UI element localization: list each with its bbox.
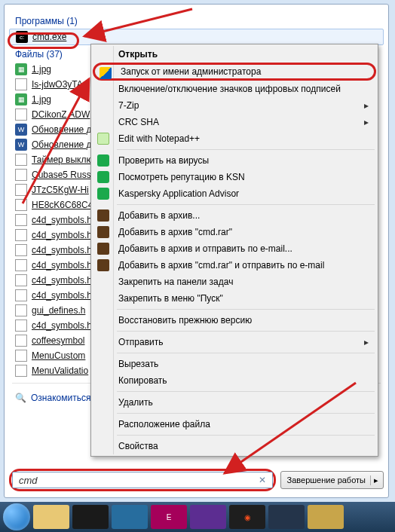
menu-item-label: Проверить на вирусы <box>118 155 209 166</box>
doc-icon <box>15 184 27 196</box>
submenu-arrow-icon: ▸ <box>364 100 369 111</box>
menu-item[interactable]: Посмотреть репутацию в KSN <box>93 169 376 185</box>
menu-item[interactable]: Добавить в архив и отправить по e-mail..… <box>93 240 376 257</box>
menu-item-label: Включение/отключение значков цифровых по… <box>118 84 341 94</box>
menu-item[interactable]: Edit with Notepad++ <box>93 130 376 147</box>
file-result-label: MenuCustom <box>32 350 85 361</box>
menu-item-label: 7-Zip <box>118 100 139 111</box>
menu-item[interactable]: Включение/отключение значков цифровых по… <box>93 81 376 97</box>
menu-item[interactable]: Запуск от имени администратора <box>93 63 376 81</box>
word-icon: W <box>15 124 27 136</box>
file-result-label: 1.jpg <box>32 94 51 105</box>
menu-item[interactable]: Проверить на вирусы <box>93 152 376 169</box>
file-result-label: c4d_symbols.h <box>32 275 92 286</box>
shutdown-arrow-icon[interactable]: ▸ <box>370 475 378 485</box>
file-result-label: c4d_symbols.h <box>32 320 92 331</box>
start-orb[interactable] <box>3 503 30 530</box>
rar-icon <box>97 209 109 222</box>
menu-item-label: Добавить в архив "cmd.rar" и отправить п… <box>118 260 324 271</box>
file-result-label: gui_defines.h <box>32 305 85 316</box>
np-icon <box>97 133 109 145</box>
menu-item[interactable]: CRC SHA▸ <box>93 114 376 130</box>
menu-item[interactable]: Открыть <box>93 46 376 63</box>
menu-separator <box>117 391 375 392</box>
menu-item-label: Посмотреть репутацию в KSN <box>118 172 245 182</box>
doc-icon <box>15 244 27 256</box>
taskbar-item[interactable] <box>308 505 344 529</box>
menu-item[interactable]: Добавить в архив "cmd.rar" и отправить п… <box>93 257 376 274</box>
submenu-arrow-icon: ▸ <box>364 337 369 347</box>
rar-icon <box>97 226 109 238</box>
doc-icon <box>15 78 27 90</box>
program-result-label: cmd.exe <box>32 32 66 42</box>
word-icon: W <box>15 139 27 151</box>
menu-separator <box>117 149 375 150</box>
taskbar-item[interactable] <box>268 505 305 529</box>
search-area: ✕ Завершение работы ▸ <box>9 469 384 491</box>
menu-item[interactable]: 7-Zip▸ <box>93 97 376 114</box>
taskbar-item[interactable] <box>112 505 148 529</box>
doc-icon <box>15 289 27 301</box>
doc-icon <box>15 304 27 316</box>
menu-separator <box>117 204 375 205</box>
taskbar-item[interactable] <box>72 505 109 529</box>
menu-item[interactable]: Добавить в архив... <box>93 207 376 224</box>
menu-item[interactable]: Добавить в архив "cmd.rar" <box>93 224 376 240</box>
doc-icon <box>15 320 27 332</box>
file-result-label: Is-jdwO3yTA.j <box>32 79 87 90</box>
menu-item-label: Копировать <box>118 375 167 386</box>
program-result-cmd[interactable]: c: cmd.exe <box>9 29 384 45</box>
menu-item[interactable]: Расположение файла <box>93 416 376 433</box>
menu-item[interactable]: Закрепить на панели задач <box>93 274 376 290</box>
menu-item[interactable]: Вырезать <box>93 356 376 372</box>
file-result-label: JTzC5KgW-Hi <box>32 185 89 195</box>
cmd-icon: c: <box>16 31 28 43</box>
search-box-circle: ✕ <box>9 469 276 491</box>
rar-icon <box>97 259 109 271</box>
menu-item-label: Вырезать <box>118 359 158 369</box>
file-result-label: c4d_symbols.h <box>32 290 92 301</box>
shutdown-label: Завершение работы <box>287 475 366 485</box>
shutdown-button[interactable]: Завершение работы ▸ <box>280 471 384 489</box>
menu-item[interactable]: Восстановить прежнюю версию <box>93 312 376 329</box>
menu-item-label: Закрепить в меню "Пуск" <box>118 293 223 304</box>
menu-item-label: Открыть <box>118 49 158 60</box>
taskbar-item[interactable] <box>33 505 69 529</box>
taskbar-item[interactable]: E <box>151 505 187 529</box>
file-result-label: c4d_symbols.h <box>32 230 92 240</box>
menu-item-label: Расположение файла <box>118 419 210 430</box>
menu-item[interactable]: Копировать <box>93 372 376 389</box>
menu-item-label: Закрепить на панели задач <box>118 277 233 287</box>
file-result-label: Таймер выклю <box>32 154 93 165</box>
file-result-label: DCikonZ ADW <box>32 109 90 120</box>
file-result-label: Cubase5 Russi <box>32 170 93 180</box>
doc-icon <box>15 365 27 377</box>
menu-separator <box>117 331 375 332</box>
rar-icon <box>97 243 109 255</box>
doc-icon <box>15 259 27 271</box>
menu-item-label: CRC SHA <box>118 117 159 127</box>
img-icon: ▦ <box>15 93 27 105</box>
search-input[interactable] <box>12 472 273 488</box>
clear-search-icon[interactable]: ✕ <box>259 475 266 485</box>
file-result-label: Обновление д <box>32 124 92 135</box>
menu-item-label: Восстановить прежнюю версию <box>118 315 252 326</box>
menu-item[interactable]: Отправить▸ <box>93 334 376 350</box>
file-result-label: Обновление д <box>32 139 92 150</box>
taskbar-item[interactable]: ◉ <box>229 505 265 529</box>
menu-item-label: Добавить в архив и отправить по e-mail..… <box>118 243 292 254</box>
menu-item-label: Свойства <box>118 441 158 451</box>
taskbar-item[interactable] <box>190 505 226 529</box>
doc-icon <box>15 214 27 226</box>
menu-item[interactable]: Kaspersky Application Advisor <box>93 185 376 202</box>
menu-item[interactable]: Свойства <box>93 438 376 454</box>
menu-item[interactable]: Закрепить в меню "Пуск" <box>93 290 376 307</box>
menu-item-label: Edit with Notepad++ <box>118 133 200 144</box>
menu-item[interactable]: Удалить <box>93 394 376 411</box>
menu-item-label: Удалить <box>118 397 153 408</box>
menu-item-label: Запуск от имени администратора <box>121 66 261 77</box>
menu-separator <box>117 413 375 414</box>
doc-icon <box>15 154 27 166</box>
search-icon: 🔍 <box>15 393 26 403</box>
file-result-label: 1.jpg <box>32 64 51 75</box>
